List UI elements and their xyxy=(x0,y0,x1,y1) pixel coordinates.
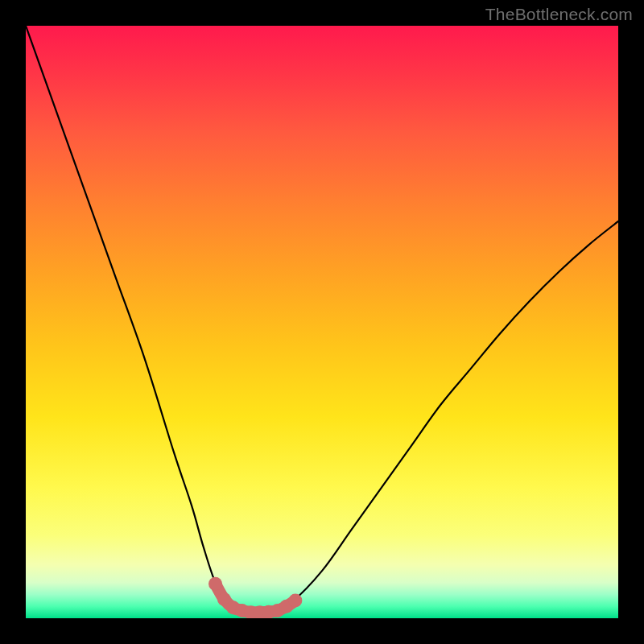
marker-dot xyxy=(208,577,222,591)
watermark-text: TheBottleneck.com xyxy=(485,5,633,24)
bottom-marker-dots xyxy=(208,577,302,618)
curve-layer xyxy=(26,26,618,618)
bottleneck-curve xyxy=(26,26,618,613)
marker-dot xyxy=(288,593,302,607)
plot-area xyxy=(26,26,618,618)
chart-stage: TheBottleneck.com xyxy=(0,0,644,644)
